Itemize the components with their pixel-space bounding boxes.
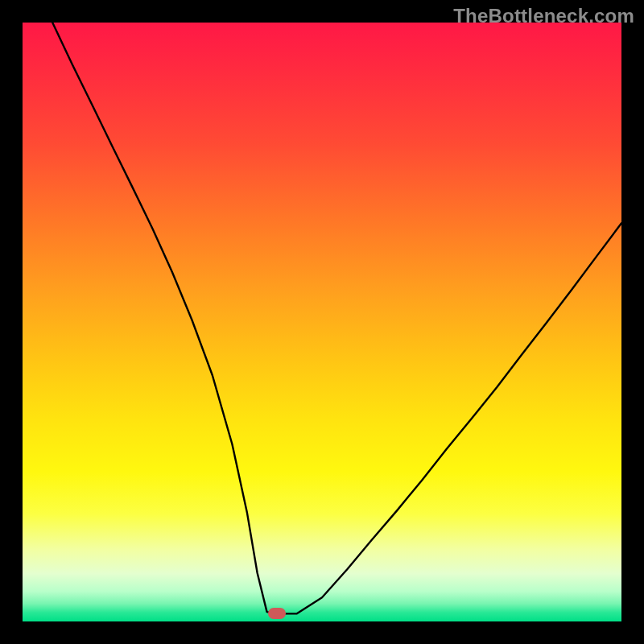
- bottleneck-curve: [23, 23, 621, 621]
- plot-area: [23, 23, 621, 621]
- chart-frame: TheBottleneck.com: [0, 0, 644, 644]
- optimal-marker: [268, 608, 286, 619]
